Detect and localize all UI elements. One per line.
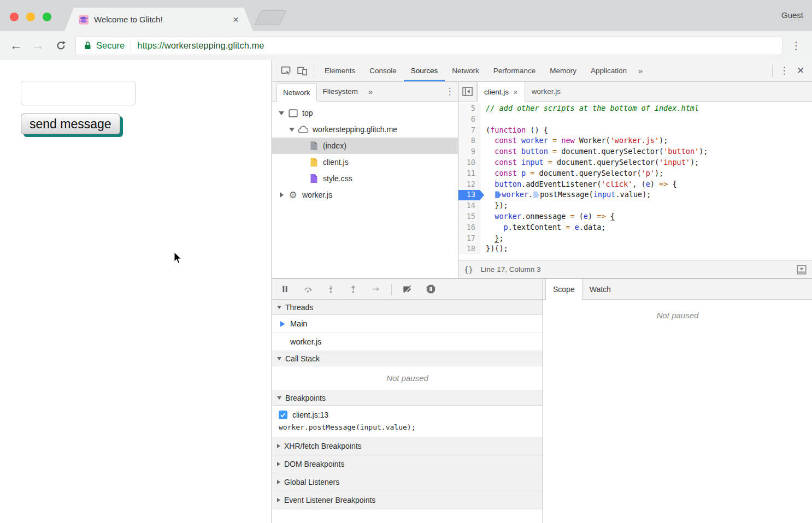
devtools-close-icon[interactable]: ✕ — [792, 63, 809, 79]
editor-tab-client.js[interactable]: client.js× — [477, 82, 525, 102]
traffic-light-close[interactable] — [10, 13, 19, 21]
code-text[interactable] — [480, 114, 486, 125]
code-text[interactable]: const worker = new Worker('worker.js'); — [480, 135, 668, 146]
code-text[interactable]: button.addEventListener('click', (e) => … — [480, 179, 677, 190]
back-button-icon[interactable]: ← — [7, 31, 25, 60]
tab-console[interactable]: Console — [362, 60, 404, 81]
code-line-13[interactable]: 13 worker.postMessage(input.value); — [458, 189, 812, 200]
tree-item--index-[interactable]: (index) — [272, 138, 458, 154]
browser-menu-icon[interactable]: ⋮ — [787, 31, 805, 60]
breakpoint-entry[interactable]: client.js:13worker.postMessage(input.val… — [272, 406, 543, 437]
thread-worker.js[interactable]: worker.js — [272, 333, 543, 351]
editor-tab-worker.js[interactable]: worker.js — [525, 82, 567, 101]
navigator-menu-icon[interactable]: ⋮ — [442, 84, 458, 100]
section-header-event-listener-breakpoints[interactable]: Event Listener Breakpoints — [272, 491, 543, 509]
new-tab-button[interactable] — [254, 10, 286, 25]
reload-button-icon[interactable] — [51, 31, 70, 60]
section-header-dom-breakpoints[interactable]: DOM Breakpoints — [272, 455, 543, 473]
tab-elements[interactable]: Elements — [317, 60, 362, 81]
tab-memory[interactable]: Memory — [543, 60, 584, 81]
code-line-17[interactable]: 17 }; — [458, 233, 812, 244]
code-line-12[interactable]: 12 button.addEventListener('click', (e) … — [458, 179, 812, 190]
thread-main[interactable]: Main — [272, 315, 543, 333]
pretty-print-icon[interactable]: {} — [464, 265, 473, 274]
code-line-6[interactable]: 6 — [458, 114, 812, 125]
code-line-15[interactable]: 15 worker.onmessage = (e) => { — [458, 211, 812, 222]
step-icon[interactable] — [372, 285, 380, 293]
code-text[interactable]: }; — [480, 233, 504, 244]
address-bar[interactable]: Secure https:// workerstepping.glitch.me — [75, 36, 782, 55]
tree-item-style.css[interactable]: style.css — [272, 170, 458, 187]
hide-navigator-icon[interactable] — [458, 82, 477, 101]
inline-breakpoint-icon[interactable] — [495, 191, 501, 198]
code-text[interactable]: p.textContent = e.data; — [480, 222, 606, 233]
line-number[interactable]: 10 — [458, 157, 480, 168]
line-number[interactable]: 6 — [458, 114, 480, 125]
line-number[interactable]: 12 — [458, 179, 480, 190]
code-text[interactable]: worker.onmessage = (e) => { — [480, 211, 615, 222]
code-line-18[interactable]: 18})(); — [458, 243, 812, 254]
tab-sources[interactable]: Sources — [404, 60, 445, 81]
traffic-light-zoom[interactable] — [43, 13, 51, 21]
step-out-icon[interactable] — [349, 285, 357, 293]
line-number[interactable]: 5 — [458, 103, 480, 114]
code-line-16[interactable]: 16 p.textContent = e.data; — [458, 222, 812, 233]
code-line-5[interactable]: 5// add other scripts at the bottom of i… — [458, 103, 812, 114]
deactivate-breakpoints-icon[interactable] — [403, 284, 412, 294]
section-header-xhr-fetch-breakpoints[interactable]: XHR/fetch Breakpoints — [272, 437, 543, 455]
send-message-button[interactable]: send message — [21, 114, 120, 134]
code-line-9[interactable]: 9 const button = document.querySelector(… — [458, 146, 812, 157]
more-tabs-icon[interactable]: » — [634, 66, 647, 75]
tree-item-workerstepping.glitch.me[interactable]: workerstepping.glitch.me — [272, 121, 458, 138]
traffic-light-minimize[interactable] — [26, 13, 35, 21]
inspect-element-icon[interactable] — [278, 63, 294, 79]
tab-application[interactable]: Application — [584, 60, 634, 81]
code-text[interactable]: const p = document.querySelector('p'); — [480, 168, 663, 179]
breakpoints-section-header[interactable]: Breakpoints — [272, 390, 543, 406]
tab-network[interactable]: Network — [445, 60, 486, 81]
code-text[interactable]: // add other scripts at the bottom of in… — [480, 103, 699, 114]
devtools-menu-icon[interactable]: ⋮ — [776, 63, 792, 79]
code-text[interactable]: worker.postMessage(input.value); — [480, 189, 651, 200]
pause-script-icon[interactable] — [281, 285, 289, 293]
tab-close-icon[interactable]: × — [233, 14, 239, 25]
browser-tab[interactable]: Welcome to Glitch! × — [64, 8, 253, 31]
line-number[interactable]: 15 — [458, 211, 480, 222]
code-editor[interactable]: 5// add other scripts at the bottom of i… — [458, 102, 812, 260]
navigator-more-tabs-icon[interactable]: » — [364, 87, 377, 96]
pause-on-exceptions-icon[interactable] — [426, 284, 436, 294]
scope-tab-scope[interactable]: Scope — [545, 279, 582, 300]
code-line-11[interactable]: 11 const p = document.querySelector('p')… — [458, 168, 812, 179]
code-text[interactable]: const button = document.querySelector('b… — [480, 146, 708, 157]
step-over-icon[interactable] — [303, 285, 313, 293]
breakpoint-checkbox[interactable] — [279, 411, 287, 419]
line-number[interactable]: 16 — [458, 222, 480, 233]
code-line-10[interactable]: 10 const input = document.querySelector(… — [458, 157, 812, 168]
line-number[interactable]: 11 — [458, 168, 480, 179]
line-number[interactable]: 7 — [458, 125, 480, 136]
tab-performance[interactable]: Performance — [486, 60, 543, 81]
section-header-global-listeners[interactable]: Global Listeners — [272, 473, 543, 491]
tree-item-worker.js[interactable]: ⚙worker.js — [272, 187, 458, 203]
code-text[interactable]: (function () { — [480, 125, 548, 136]
close-tab-icon[interactable]: × — [513, 87, 518, 97]
line-number[interactable]: 14 — [458, 200, 480, 211]
scope-tab-watch[interactable]: Watch — [582, 279, 618, 299]
tree-item-top[interactable]: top — [272, 105, 458, 121]
device-toolbar-icon[interactable] — [294, 63, 310, 79]
message-input[interactable] — [21, 81, 136, 105]
code-text[interactable]: })(); — [480, 243, 508, 254]
tree-item-client.js[interactable]: client.js — [272, 154, 458, 170]
line-number[interactable]: 9 — [458, 146, 480, 157]
line-number[interactable]: 18 — [458, 243, 480, 254]
navigator-tab-network[interactable]: Network — [276, 84, 317, 102]
code-line-8[interactable]: 8 const worker = new Worker('worker.js')… — [458, 135, 812, 146]
expand-drawer-icon[interactable] — [797, 265, 807, 275]
line-number[interactable]: 17 — [458, 233, 480, 244]
threads-section-header[interactable]: Threads — [272, 300, 543, 315]
call-stack-section-header[interactable]: Call Stack — [272, 351, 543, 366]
code-line-14[interactable]: 14 }); — [458, 200, 812, 211]
line-number[interactable]: 8 — [458, 135, 480, 146]
step-into-icon[interactable] — [327, 285, 335, 293]
inline-breakpoint-icon[interactable] — [533, 191, 539, 198]
